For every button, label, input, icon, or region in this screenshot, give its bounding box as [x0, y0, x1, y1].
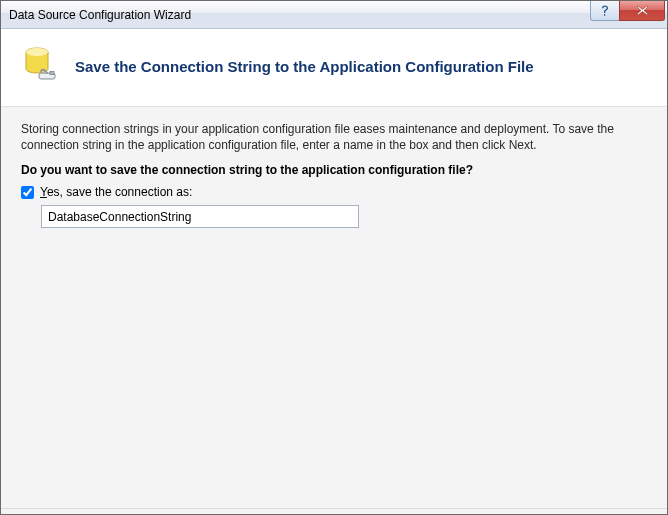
- svg-point-1: [26, 48, 48, 56]
- window-controls: [591, 1, 665, 21]
- help-button[interactable]: [590, 1, 620, 21]
- save-connection-row: Yes, save the connection as:: [21, 185, 647, 199]
- save-connection-checkbox[interactable]: [21, 186, 34, 199]
- wizard-header: Save the Connection String to the Applic…: [1, 29, 667, 106]
- connection-name-input[interactable]: [41, 205, 359, 228]
- wizard-step-title: Save the Connection String to the Applic…: [75, 58, 534, 75]
- description-text: Storing connection strings in your appli…: [21, 121, 647, 153]
- wizard-body: Storing connection strings in your appli…: [1, 106, 667, 508]
- question-text: Do you want to save the connection strin…: [21, 163, 647, 177]
- titlebar: Data Source Configuration Wizard: [1, 1, 667, 29]
- svg-rect-4: [50, 72, 54, 75]
- help-icon: [600, 5, 610, 17]
- save-connection-label[interactable]: Yes, save the connection as:: [40, 185, 192, 199]
- datasource-icon: [21, 45, 61, 88]
- close-button[interactable]: [619, 1, 665, 21]
- wizard-button-row: < Previous Next > Finish Cancel: [1, 508, 667, 515]
- close-icon: [636, 5, 649, 16]
- window-title: Data Source Configuration Wizard: [9, 8, 191, 22]
